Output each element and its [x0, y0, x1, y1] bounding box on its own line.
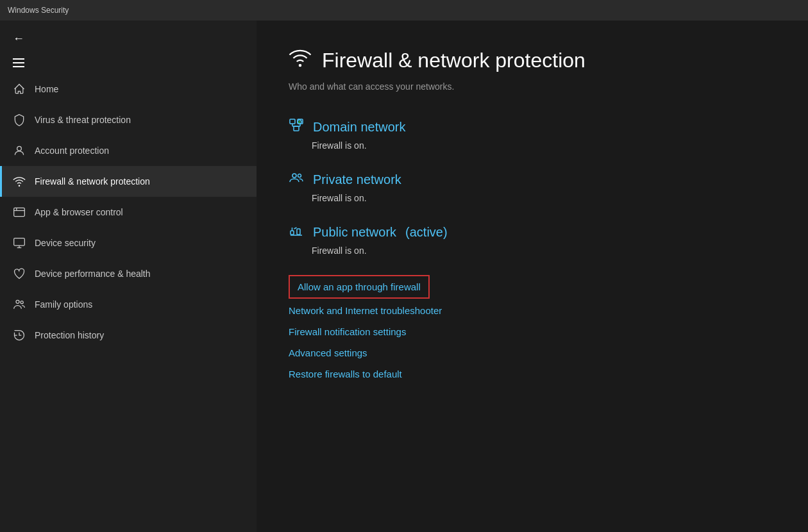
- family-icon: [13, 298, 26, 311]
- svg-rect-20: [290, 231, 294, 235]
- svg-point-1: [19, 185, 21, 187]
- svg-point-10: [299, 64, 302, 67]
- sidebar-item-account[interactable]: Account protection: [0, 135, 257, 166]
- sidebar-item-family[interactable]: Family options: [0, 289, 257, 320]
- sidebar-item-firewall[interactable]: Firewall & network protection: [0, 166, 257, 197]
- content-area: Firewall & network protection Who and wh…: [257, 21, 808, 532]
- svg-point-9: [21, 301, 23, 304]
- svg-line-22: [294, 228, 297, 229]
- monitor-icon: [13, 237, 26, 249]
- wifi-icon: [13, 175, 26, 188]
- allow-app-link[interactable]: Allow an app through firewall: [289, 275, 430, 299]
- sidebar-item-firewall-label: Firewall & network protection: [35, 176, 150, 187]
- domain-network-icon: [289, 117, 304, 137]
- sidebar-item-device-security-label: Device security: [35, 238, 96, 248]
- sidebar-item-app-label: App & browser control: [35, 207, 123, 217]
- sidebar-item-device-security[interactable]: Device security: [0, 228, 257, 258]
- public-network-header: Public network (active): [289, 222, 776, 242]
- private-network-title: Private network: [313, 172, 401, 187]
- notification-settings-link[interactable]: Firewall notification settings: [289, 321, 776, 342]
- domain-network-title: Domain network: [313, 120, 406, 135]
- home-icon: [13, 83, 26, 96]
- hamburger-button[interactable]: [0, 52, 257, 74]
- svg-rect-11: [290, 119, 295, 124]
- sidebar-item-account-label: Account protection: [35, 145, 109, 156]
- svg-point-8: [16, 300, 19, 303]
- page-header-icon: [289, 46, 312, 75]
- svg-rect-2: [14, 208, 25, 216]
- links-section: Allow an app through firewall Network an…: [289, 275, 776, 385]
- troubleshooter-link[interactable]: Network and Internet troubleshooter: [289, 300, 776, 321]
- sidebar-item-device-health-label: Device performance & health: [35, 269, 151, 279]
- public-network-title: Public network: [313, 225, 396, 240]
- hamburger-icon: [13, 58, 244, 67]
- history-icon: [13, 329, 26, 342]
- back-button[interactable]: ←: [0, 26, 257, 52]
- svg-rect-23: [297, 229, 300, 235]
- sidebar-item-home-label: Home: [35, 84, 58, 94]
- sidebar-item-app-browser[interactable]: App & browser control: [0, 197, 257, 228]
- private-network-icon: [289, 170, 304, 189]
- main-layout: ← Home Virus & threat protection: [0, 21, 808, 532]
- private-network-status: Firewall is on.: [312, 193, 776, 203]
- sidebar-item-family-label: Family options: [35, 299, 92, 310]
- svg-rect-13: [294, 126, 299, 131]
- private-network-section[interactable]: Private network Firewall is on.: [289, 170, 776, 203]
- page-header: Firewall & network protection: [289, 46, 776, 75]
- public-network-active-badge: (active): [405, 225, 448, 240]
- public-network-status: Firewall is on.: [312, 245, 776, 256]
- sidebar-item-history-label: Protection history: [35, 330, 104, 340]
- sidebar-item-home[interactable]: Home: [0, 74, 257, 104]
- domain-network-section[interactable]: Domain network Firewall is on.: [289, 117, 776, 151]
- shield-icon: [13, 113, 26, 126]
- svg-rect-5: [14, 238, 25, 246]
- page-subtitle: Who and what can access your networks.: [289, 81, 776, 92]
- account-icon: [13, 144, 26, 157]
- private-network-header: Private network: [289, 170, 776, 189]
- back-arrow-icon: ←: [13, 32, 24, 46]
- public-network-section[interactable]: Public network (active) Firewall is on.: [289, 222, 776, 256]
- domain-network-header: Domain network: [289, 117, 776, 137]
- app-title: Windows Security: [8, 6, 69, 15]
- advanced-settings-link[interactable]: Advanced settings: [289, 342, 776, 363]
- sidebar: ← Home Virus & threat protection: [0, 21, 257, 532]
- sidebar-item-device-health[interactable]: Device performance & health: [0, 258, 257, 289]
- svg-point-18: [292, 174, 296, 178]
- page-title: Firewall & network protection: [322, 49, 585, 72]
- svg-point-0: [17, 146, 22, 151]
- sidebar-item-virus[interactable]: Virus & threat protection: [0, 104, 257, 135]
- sidebar-item-history[interactable]: Protection history: [0, 320, 257, 351]
- public-network-icon: [289, 222, 304, 242]
- heart-icon: [13, 267, 26, 280]
- restore-firewalls-link[interactable]: Restore firewalls to default: [289, 363, 776, 385]
- browser-icon: [13, 206, 26, 219]
- title-bar: Windows Security: [0, 0, 808, 21]
- sidebar-item-virus-label: Virus & threat protection: [35, 115, 131, 125]
- svg-point-19: [298, 174, 301, 178]
- domain-network-status: Firewall is on.: [312, 140, 776, 151]
